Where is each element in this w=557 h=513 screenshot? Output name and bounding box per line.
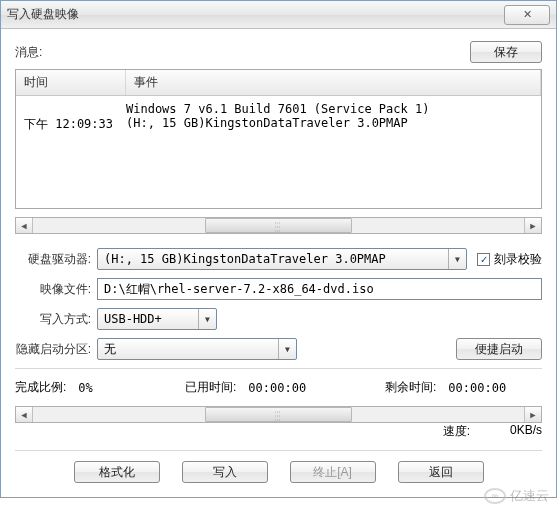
log-row[interactable]: 下午 12:09:33 (H:, 15 GB)KingstonDataTrave… <box>24 116 533 133</box>
chevron-down-icon: ▼ <box>198 309 216 329</box>
pct-label: 完成比例: <box>15 379 66 396</box>
image-label: 映像文件: <box>15 281 97 298</box>
image-field[interactable]: D:\红帽\rhel-server-7.2-x86_64-dvd.iso <box>97 278 542 300</box>
bottom-button-row: 格式化 写入 终止[A] 返回 <box>15 461 542 483</box>
content-area: 消息: 保存 时间 事件 Windows 7 v6.1 Build 7601 (… <box>1 29 556 497</box>
col-header-time[interactable]: 时间 <box>16 70 126 95</box>
chevron-down-icon: ▼ <box>278 339 296 359</box>
remain-value: 00:00:00 <box>448 381 506 395</box>
scroll-left-icon[interactable]: ◄ <box>16 407 33 422</box>
write-mode-value: USB-HDD+ <box>104 312 162 326</box>
write-mode-label: 写入方式: <box>15 311 97 328</box>
log-row[interactable]: Windows 7 v6.1 Build 7601 (Service Pack … <box>24 102 533 116</box>
hide-label: 隐藏启动分区: <box>15 341 97 358</box>
drive-combo[interactable]: (H:, 15 GB)KingstonDataTraveler 3.0PMAP … <box>97 248 467 270</box>
form-area: 硬盘驱动器: (H:, 15 GB)KingstonDataTraveler 3… <box>15 248 542 360</box>
row-drive: 硬盘驱动器: (H:, 15 GB)KingstonDataTraveler 3… <box>15 248 542 270</box>
log-header: 时间 事件 <box>16 70 541 96</box>
row-image: 映像文件: D:\红帽\rhel-server-7.2-x86_64-dvd.i… <box>15 278 542 300</box>
back-button[interactable]: 返回 <box>398 461 484 483</box>
col-header-event[interactable]: 事件 <box>126 70 541 95</box>
write-mode-combo[interactable]: USB-HDD+ ▼ <box>97 308 217 330</box>
log-event: (H:, 15 GB)KingstonDataTraveler 3.0PMAP <box>126 116 533 133</box>
drive-value: (H:, 15 GB)KingstonDataTraveler 3.0PMAP <box>104 252 386 266</box>
log-event: Windows 7 v6.1 Build 7601 (Service Pack … <box>126 102 533 116</box>
status-row: 完成比例: 0% 已用时间: 00:00:00 剩余时间: 00:00:00 <box>15 379 542 396</box>
abort-button[interactable]: 终止[A] <box>290 461 376 483</box>
checkbox-box: ✓ <box>477 253 490 266</box>
speed-row: 速度: 0KB/s <box>15 423 542 440</box>
scroll-thumb[interactable] <box>205 407 352 422</box>
drive-label: 硬盘驱动器: <box>15 251 97 268</box>
pct-value: 0% <box>78 381 92 395</box>
save-button[interactable]: 保存 <box>470 41 542 63</box>
row-write-mode: 写入方式: USB-HDD+ ▼ <box>15 308 542 330</box>
format-button[interactable]: 格式化 <box>74 461 160 483</box>
titlebar[interactable]: 写入硬盘映像 ✕ <box>1 1 556 29</box>
scroll-left-icon[interactable]: ◄ <box>16 218 33 233</box>
progress-scrollbar[interactable]: ◄ ► <box>15 406 542 423</box>
write-button[interactable]: 写入 <box>182 461 268 483</box>
scroll-right-icon[interactable]: ► <box>524 218 541 233</box>
scroll-track[interactable] <box>33 407 524 422</box>
log-time: 下午 12:09:33 <box>24 116 126 133</box>
scroll-track[interactable] <box>33 218 524 233</box>
cloud-icon: ∞ <box>484 488 506 498</box>
scroll-right-icon[interactable]: ► <box>524 407 541 422</box>
message-header-row: 消息: 保存 <box>15 41 542 63</box>
elapsed-label: 已用时间: <box>185 379 236 396</box>
image-value: D:\红帽\rhel-server-7.2-x86_64-dvd.iso <box>104 281 374 298</box>
window-title: 写入硬盘映像 <box>7 6 504 23</box>
scrollbar-horizontal[interactable]: ◄ ► <box>15 217 542 234</box>
message-label: 消息: <box>15 44 470 61</box>
elapsed-value: 00:00:00 <box>248 381 306 395</box>
verify-checkbox[interactable]: ✓ 刻录校验 <box>477 251 542 268</box>
quick-boot-button[interactable]: 便捷启动 <box>456 338 542 360</box>
log-body: Windows 7 v6.1 Build 7601 (Service Pack … <box>16 96 541 139</box>
chevron-down-icon: ▼ <box>448 249 466 269</box>
close-button[interactable]: ✕ <box>504 5 550 25</box>
dialog-window: 写入硬盘映像 ✕ 消息: 保存 时间 事件 Windows 7 v6.1 Bui… <box>0 0 557 498</box>
watermark-text: 亿速云 <box>510 487 549 498</box>
log-time <box>24 102 126 116</box>
divider <box>15 450 542 451</box>
close-icon: ✕ <box>523 8 532 21</box>
divider <box>15 368 542 369</box>
row-hide-partition: 隐藏启动分区: 无 ▼ 便捷启动 <box>15 338 542 360</box>
log-table: 时间 事件 Windows 7 v6.1 Build 7601 (Service… <box>15 69 542 209</box>
hide-combo[interactable]: 无 ▼ <box>97 338 297 360</box>
verify-label: 刻录校验 <box>494 251 542 268</box>
remain-label: 剩余时间: <box>385 379 436 396</box>
speed-label: 速度: <box>443 423 470 440</box>
watermark: ∞ 亿速云 <box>484 487 549 498</box>
hide-value: 无 <box>104 341 116 358</box>
speed-value: 0KB/s <box>510 423 542 440</box>
scroll-thumb[interactable] <box>205 218 352 233</box>
